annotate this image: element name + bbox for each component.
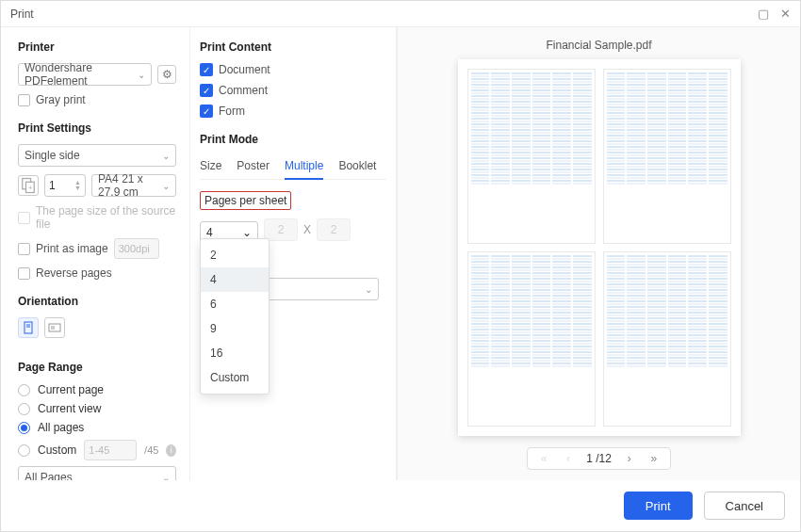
pager-last-icon[interactable]: »: [647, 452, 661, 465]
tab-size[interactable]: Size: [200, 155, 221, 179]
form-checkbox[interactable]: ✓: [200, 105, 213, 118]
close-icon[interactable]: ✕: [780, 7, 791, 21]
comment-label: Comment: [219, 84, 268, 97]
reverse-pages-checkbox[interactable]: [18, 267, 30, 280]
left-column: Printer Wondershare PDFelement ⌄ ⚙ Gray …: [1, 27, 189, 480]
copies-value: 1: [49, 179, 56, 192]
radio-icon: [18, 403, 30, 415]
copies-icon: +: [18, 175, 39, 196]
preview-thumb: [603, 69, 731, 244]
preview-page: [458, 59, 741, 436]
custom-range-input[interactable]: 1-45: [84, 440, 137, 460]
pps-option-9[interactable]: 9: [201, 316, 269, 341]
radio-icon: [18, 384, 30, 396]
pps-rows-input[interactable]: 2: [317, 218, 351, 241]
window-title: Print: [10, 8, 34, 21]
tab-poster[interactable]: Poster: [237, 155, 270, 179]
copies-stepper[interactable]: 1 ▲▼: [44, 174, 86, 197]
print-as-image-label: Print as image: [36, 242, 108, 255]
print-settings-label: Print Settings: [18, 121, 176, 135]
print-mode-label: Print Mode: [200, 133, 386, 146]
chevron-down-icon: ⌄: [138, 70, 145, 80]
pps-option-6[interactable]: 6: [201, 292, 269, 316]
gray-print-label: Gray print: [36, 93, 86, 106]
source-size-label: The page size of the source file: [36, 204, 176, 231]
pager-prev-icon[interactable]: ‹: [562, 452, 575, 465]
source-size-checkbox[interactable]: [18, 212, 30, 224]
maximize-icon[interactable]: ▢: [758, 7, 769, 21]
subset-selected: All Pages: [25, 471, 73, 480]
preview-filename: Financial Sample.pdf: [546, 39, 651, 52]
printer-settings-button[interactable]: ⚙: [157, 65, 176, 84]
portrait-icon: [22, 321, 35, 334]
middle-column: Print Content ✓Document ✓Comment ✓Form P…: [189, 27, 397, 480]
printer-label: Printer: [18, 40, 176, 54]
dialog-footer: Print Cancel: [1, 480, 800, 531]
subset-select[interactable]: All Pages ⌄: [18, 466, 176, 480]
stepper-arrows: ▲▼: [74, 180, 81, 191]
custom-label: Custom: [38, 443, 76, 457]
preview-column: Financial Sample.pdf « ‹ 1 /12 › »: [397, 27, 800, 480]
window-controls: ▢ ✕: [758, 7, 791, 21]
svg-rect-3: [25, 322, 32, 333]
current-page-label: Current page: [38, 383, 104, 396]
all-pages-label: All pages: [38, 421, 84, 434]
radio-current-view[interactable]: Current view: [18, 402, 176, 415]
radio-icon: [18, 422, 30, 434]
preview-thumb: [603, 251, 731, 427]
document-label: Document: [219, 63, 270, 76]
pager-first-icon[interactable]: «: [537, 452, 550, 465]
pps-option-16[interactable]: 16: [201, 341, 269, 365]
radio-icon: [18, 444, 30, 457]
tab-booklet[interactable]: Booklet: [338, 155, 376, 179]
pager-next-icon[interactable]: ›: [623, 452, 636, 465]
page-range-label: Page Range: [18, 361, 176, 374]
svg-text:+: +: [28, 184, 33, 192]
document-checkbox[interactable]: ✓: [200, 63, 213, 76]
cancel-button[interactable]: Cancel: [704, 492, 785, 520]
orientation-portrait-button[interactable]: [18, 317, 39, 338]
preview-thumb: [467, 251, 596, 427]
current-view-label: Current view: [38, 402, 101, 415]
preview-pager: « ‹ 1 /12 › »: [527, 447, 671, 470]
comment-checkbox[interactable]: ✓: [200, 84, 213, 97]
pps-option-custom[interactable]: Custom: [201, 365, 269, 390]
pps-option-2[interactable]: 2: [201, 243, 269, 267]
form-label: Form: [219, 105, 245, 118]
gray-print-checkbox[interactable]: [18, 94, 30, 106]
chevron-down-icon: ⌄: [242, 226, 252, 239]
pps-menu: 2 4 6 9 16 Custom: [200, 238, 270, 395]
print-content-label: Print Content: [200, 40, 386, 54]
print-button[interactable]: Print: [624, 492, 693, 520]
printer-select[interactable]: Wondershare PDFelement ⌄: [18, 63, 152, 86]
chevron-down-icon: ⌄: [365, 284, 372, 295]
total-pages-frac: /45: [144, 444, 158, 456]
printer-selected: Wondershare PDFelement: [25, 61, 138, 88]
radio-current-page[interactable]: Current page: [18, 383, 176, 396]
landscape-icon: [48, 321, 61, 334]
orientation-label: Orientation: [18, 295, 176, 308]
page-size-select[interactable]: PA4 21 x 27.9 cm ⌄: [91, 174, 176, 197]
pps-cols-input[interactable]: 2: [264, 218, 298, 241]
radio-all-pages[interactable]: All pages: [18, 421, 176, 434]
orientation-landscape-button[interactable]: [44, 317, 65, 338]
chevron-down-icon: ⌄: [162, 181, 170, 191]
radio-custom[interactable]: Custom 1-45 /45 i: [18, 440, 176, 460]
duplex-select[interactable]: Single side ⌄: [18, 144, 176, 167]
page-size-selected: PA4 21 x 27.9 cm: [98, 172, 162, 199]
pps-controls: 4 ⌄ 2 4 6 9 16 Custom 2 X 2: [200, 216, 386, 244]
tab-multiple[interactable]: Multiple: [285, 155, 323, 180]
print-as-image-checkbox[interactable]: [18, 243, 30, 255]
pps-option-4[interactable]: 4: [201, 267, 269, 292]
svg-rect-6: [49, 324, 60, 331]
info-icon[interactable]: i: [166, 444, 176, 457]
print-mode-tabs: Size Poster Multiple Booklet: [200, 155, 386, 180]
pps-selected: 4: [206, 226, 213, 239]
chevron-down-icon: ⌄: [162, 473, 170, 481]
dialog-content: Printer Wondershare PDFelement ⌄ ⚙ Gray …: [1, 27, 800, 480]
preview-thumb: [467, 69, 596, 244]
gear-icon: ⚙: [162, 68, 172, 81]
print-dialog: Print ▢ ✕ Printer Wondershare PDFelement…: [0, 0, 801, 532]
dpi-input[interactable]: 300dpi: [114, 238, 159, 259]
titlebar: Print ▢ ✕: [1, 1, 800, 27]
